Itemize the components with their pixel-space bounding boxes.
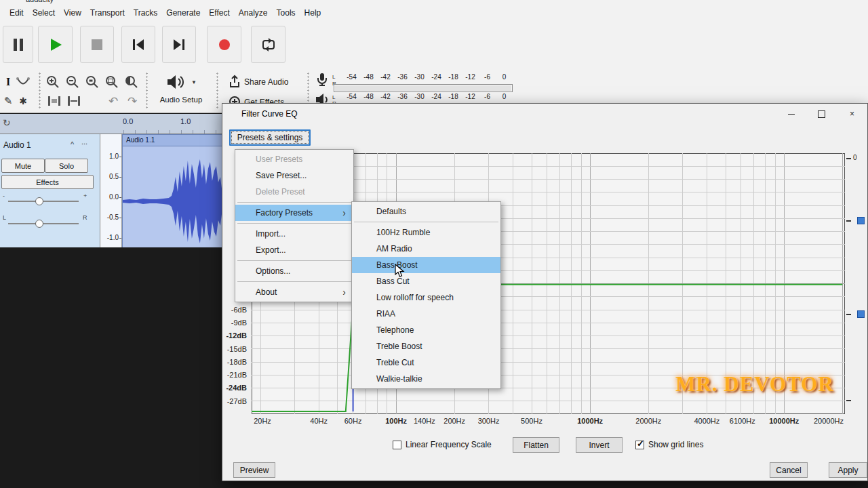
menu-bar-item[interactable]: Tools	[277, 8, 296, 18]
meter-channel-left: L	[332, 75, 335, 80]
gain-slider-thumb[interactable]	[35, 197, 43, 205]
minimize-button[interactable]	[776, 104, 806, 124]
submenu-item[interactable]: AM Radio	[352, 241, 500, 257]
pan-slider-thumb[interactable]	[35, 220, 43, 228]
menu-item[interactable]: Options...	[235, 263, 353, 279]
preview-button[interactable]: Preview	[233, 462, 275, 478]
submenu-item[interactable]: Treble Cut	[352, 354, 500, 371]
skip-to-start-button[interactable]	[121, 26, 155, 63]
solo-button[interactable]: Solo	[45, 159, 88, 173]
invert-button[interactable]: Invert	[576, 437, 623, 453]
maximize-button[interactable]	[806, 104, 837, 124]
play-button[interactable]	[38, 26, 73, 63]
mouse-cursor	[395, 264, 406, 281]
db-min-slider-thumb[interactable]	[857, 310, 865, 318]
toolbar-grip[interactable]	[145, 72, 149, 108]
zoom-out-icon[interactable]	[64, 74, 81, 90]
menu-bar-item[interactable]: Select	[33, 8, 55, 18]
frequency-axis-label: 40Hz	[310, 417, 328, 425]
gain-slider[interactable]	[8, 201, 79, 202]
toolbar-grip[interactable]	[38, 72, 41, 108]
pan-left-label: L	[3, 214, 6, 221]
menu-item[interactable]: Save Preset...	[235, 167, 353, 184]
submenu-item[interactable]: Bass Cut	[352, 273, 500, 289]
menu-bar-item[interactable]: Transport	[90, 8, 125, 18]
pan-slider[interactable]	[8, 223, 79, 224]
submenu-item[interactable]: Defaults	[352, 203, 500, 220]
apply-button[interactable]: Apply	[829, 462, 867, 478]
presets-menu: User PresetsSave Preset...Delete PresetF…	[235, 149, 354, 302]
menu-bar-item[interactable]: Analyze	[239, 8, 268, 18]
menu-bar-item[interactable]: Edit	[9, 8, 24, 18]
submenu-item[interactable]: 100Hz Rumble	[352, 224, 500, 241]
close-button[interactable]: ×	[837, 104, 867, 124]
meter-scale-number: -36	[394, 73, 411, 81]
flatten-button[interactable]: Flatten	[513, 437, 559, 453]
selection-tool-icon[interactable]: I	[0, 74, 16, 90]
show-grid-checkbox[interactable]	[635, 441, 644, 449]
db-axis-labels: -6dB-9dB-12dB-15dB-18dB-21dB-24dB-27dB	[222, 303, 248, 407]
menu-item[interactable]: About	[235, 284, 353, 300]
menu-bar-item[interactable]: Effect	[209, 8, 229, 18]
rail-tick	[846, 400, 851, 401]
meter-scale-number: -6	[479, 93, 496, 100]
fit-selection-icon[interactable]	[84, 74, 100, 90]
presets-settings-button[interactable]: Presets & settings	[229, 129, 311, 146]
submenu-item[interactable]: Low rolloff for speech	[352, 289, 500, 306]
track-title[interactable]: Audio 1	[3, 140, 31, 150]
recording-meter-bar[interactable]	[334, 84, 513, 92]
trim-audio-icon[interactable]	[46, 93, 62, 109]
zoom-toggle-icon[interactable]	[123, 74, 140, 90]
linear-frequency-checkbox[interactable]	[393, 441, 401, 449]
menu-bar-item[interactable]: Help	[304, 8, 321, 18]
menu-item[interactable]: Factory Presets	[235, 205, 353, 221]
record-button[interactable]	[207, 26, 241, 63]
menu-item[interactable]: Export...	[235, 242, 353, 258]
menu-item[interactable]: Delete Preset	[235, 184, 353, 200]
microphone-icon	[315, 72, 330, 91]
undo-icon[interactable]: ↶	[105, 93, 121, 109]
meter-scale-number: -36	[394, 93, 411, 100]
draw-tool-icon[interactable]: ✎	[0, 93, 16, 109]
loop-icon	[260, 37, 277, 52]
toolbar-dock: audacity EditSelectViewTransportTracksGe…	[0, 0, 868, 113]
timeline-options-icon[interactable]: ↻	[3, 117, 11, 128]
stop-button[interactable]	[80, 26, 114, 63]
menu-item[interactable]: User Presets	[235, 151, 353, 167]
submenu-item[interactable]: Telephone	[352, 322, 500, 338]
rail-tick	[846, 220, 851, 222]
submenu-item[interactable]: Walkie-talkie	[352, 371, 500, 387]
menu-bar-item[interactable]: Tracks	[134, 8, 158, 18]
dialog-titlebar[interactable]: Filter Curve EQ ×	[222, 104, 867, 124]
share-audio-label[interactable]: Share Audio	[244, 77, 288, 87]
toolbar-grip[interactable]	[216, 72, 219, 108]
submenu-item[interactable]: Treble Boost	[352, 338, 500, 354]
menu-bar-item[interactable]: Generate	[166, 8, 200, 18]
fit-project-icon[interactable]	[104, 74, 120, 90]
menu-separator	[237, 281, 351, 282]
skip-to-end-button[interactable]	[162, 26, 196, 63]
ruler-label: 0.0	[109, 193, 119, 201]
submenu-item[interactable]: Bass Boost	[352, 257, 500, 273]
pause-button[interactable]	[3, 26, 33, 63]
db-max-slider-thumb[interactable]	[857, 217, 865, 224]
mute-button[interactable]: Mute	[1, 159, 45, 173]
cancel-button[interactable]: Cancel	[770, 462, 808, 478]
track-menu-icon[interactable]: ...	[81, 138, 87, 146]
db-axis-label: -27dB	[222, 394, 248, 407]
multi-tool-icon[interactable]: ✱	[15, 93, 31, 109]
effects-button[interactable]: Effects	[1, 175, 94, 189]
menu-bar-item[interactable]: View	[64, 8, 81, 18]
audio-setup-label[interactable]: Audio Setup	[151, 96, 212, 104]
loop-button[interactable]	[251, 26, 285, 63]
redo-icon[interactable]: ↷	[124, 93, 140, 109]
zoom-in-icon[interactable]	[45, 74, 61, 90]
menu-item[interactable]: Import...	[235, 226, 353, 242]
submenu-item[interactable]: RIAA	[352, 306, 500, 322]
track-collapse-icon[interactable]: ^	[71, 140, 74, 148]
silence-audio-icon[interactable]	[66, 93, 82, 109]
vertical-scale-ruler[interactable]: 1.0 0.5 0.0 -0.5 -1.0	[100, 134, 122, 247]
envelope-tool-icon[interactable]	[15, 74, 31, 90]
audio-setup-icon[interactable]: ▼	[165, 73, 195, 92]
share-audio-icon[interactable]	[228, 75, 241, 91]
